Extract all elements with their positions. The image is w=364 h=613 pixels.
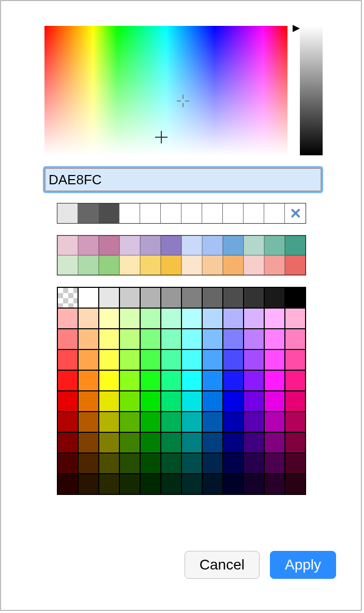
palette-swatch[interactable] <box>202 453 223 474</box>
palette-swatch[interactable] <box>244 412 264 432</box>
palette-swatch[interactable] <box>264 412 285 432</box>
palette-swatch[interactable] <box>57 474 78 494</box>
preset-swatch[interactable] <box>244 236 264 255</box>
palette-swatch[interactable] <box>223 412 244 432</box>
palette-swatch[interactable] <box>285 370 306 391</box>
palette-swatch[interactable] <box>140 453 161 474</box>
palette-swatch[interactable] <box>285 308 306 329</box>
recent-swatch[interactable] <box>57 203 78 223</box>
palette-swatch[interactable] <box>181 432 202 453</box>
palette-swatch[interactable] <box>161 412 181 432</box>
palette-swatch[interactable] <box>140 349 161 370</box>
palette-swatch[interactable] <box>264 432 285 453</box>
palette-swatch[interactable] <box>99 287 119 308</box>
palette-swatch[interactable] <box>285 349 306 370</box>
palette-swatch[interactable] <box>244 370 264 391</box>
palette-swatch[interactable] <box>264 349 285 370</box>
palette-swatch[interactable] <box>99 391 119 412</box>
palette-swatch[interactable] <box>181 391 202 412</box>
preset-swatch[interactable] <box>140 236 161 255</box>
preset-swatch[interactable] <box>285 255 306 275</box>
palette-swatch[interactable] <box>285 432 306 453</box>
palette-swatch[interactable] <box>119 453 140 474</box>
palette-swatch[interactable] <box>264 308 285 329</box>
preset-swatch[interactable] <box>119 236 140 255</box>
palette-swatch[interactable] <box>202 474 223 494</box>
recent-swatch[interactable] <box>244 203 264 223</box>
palette-swatch[interactable] <box>223 287 244 308</box>
preset-swatch[interactable] <box>140 255 161 275</box>
palette-swatch[interactable] <box>57 453 78 474</box>
palette-swatch[interactable] <box>223 349 244 370</box>
preset-swatch[interactable] <box>99 255 119 275</box>
preset-swatch[interactable] <box>202 255 223 275</box>
palette-swatch[interactable] <box>119 349 140 370</box>
palette-swatch[interactable] <box>223 474 244 494</box>
palette-swatch[interactable] <box>181 453 202 474</box>
palette-swatch[interactable] <box>119 308 140 329</box>
palette-swatch[interactable] <box>57 308 78 329</box>
palette-swatch[interactable] <box>119 432 140 453</box>
preset-swatch[interactable] <box>161 255 181 275</box>
palette-swatch[interactable] <box>119 474 140 494</box>
preset-swatch[interactable] <box>223 255 244 275</box>
preset-swatch[interactable] <box>264 236 285 255</box>
recent-swatch[interactable] <box>78 203 99 223</box>
palette-swatch[interactable] <box>244 287 264 308</box>
cancel-button[interactable]: Cancel <box>185 551 260 579</box>
palette-swatch[interactable] <box>244 432 264 453</box>
palette-swatch[interactable] <box>181 308 202 329</box>
palette-swatch[interactable] <box>161 370 181 391</box>
palette-swatch[interactable] <box>223 308 244 329</box>
palette-swatch[interactable] <box>99 349 119 370</box>
palette-swatch[interactable] <box>244 349 264 370</box>
palette-swatch[interactable] <box>285 412 306 432</box>
palette-swatch[interactable] <box>57 412 78 432</box>
palette-swatch[interactable] <box>285 453 306 474</box>
palette-swatch[interactable] <box>161 329 181 349</box>
palette-swatch[interactable] <box>244 308 264 329</box>
preset-swatch[interactable] <box>57 255 78 275</box>
palette-swatch[interactable] <box>181 349 202 370</box>
palette-swatch[interactable] <box>202 432 223 453</box>
palette-swatch[interactable] <box>161 287 181 308</box>
palette-swatch[interactable] <box>202 329 223 349</box>
palette-swatch[interactable] <box>99 412 119 432</box>
palette-swatch[interactable] <box>140 391 161 412</box>
palette-swatch[interactable] <box>119 370 140 391</box>
palette-swatch[interactable] <box>78 391 99 412</box>
palette-swatch[interactable] <box>57 432 78 453</box>
palette-swatch[interactable] <box>99 329 119 349</box>
recent-swatch[interactable] <box>161 203 181 223</box>
recent-swatch[interactable] <box>99 203 119 223</box>
palette-swatch[interactable] <box>78 349 99 370</box>
palette-swatch[interactable] <box>119 412 140 432</box>
preset-swatch[interactable] <box>244 255 264 275</box>
preset-swatch[interactable] <box>57 236 78 255</box>
preset-swatch[interactable] <box>181 255 202 275</box>
palette-swatch[interactable] <box>78 287 99 308</box>
luminance-slider[interactable] <box>300 26 323 155</box>
preset-swatch[interactable] <box>99 236 119 255</box>
palette-swatch[interactable] <box>57 349 78 370</box>
palette-swatch[interactable] <box>202 308 223 329</box>
palette-swatch[interactable] <box>285 287 306 308</box>
palette-swatch[interactable] <box>140 287 161 308</box>
recent-swatch[interactable] <box>223 203 244 223</box>
palette-swatch[interactable] <box>202 370 223 391</box>
palette-swatch[interactable] <box>99 453 119 474</box>
palette-swatch[interactable] <box>119 391 140 412</box>
palette-swatch[interactable] <box>78 432 99 453</box>
preset-swatch[interactable] <box>78 236 99 255</box>
preset-swatch[interactable] <box>223 236 244 255</box>
palette-swatch[interactable] <box>264 453 285 474</box>
palette-swatch[interactable] <box>78 474 99 494</box>
recent-swatch[interactable] <box>119 203 140 223</box>
preset-swatch[interactable] <box>181 236 202 255</box>
palette-swatch[interactable] <box>161 308 181 329</box>
palette-swatch[interactable] <box>264 391 285 412</box>
palette-swatch[interactable] <box>99 432 119 453</box>
palette-swatch[interactable] <box>181 329 202 349</box>
palette-swatch[interactable] <box>223 370 244 391</box>
palette-swatch[interactable] <box>161 453 181 474</box>
